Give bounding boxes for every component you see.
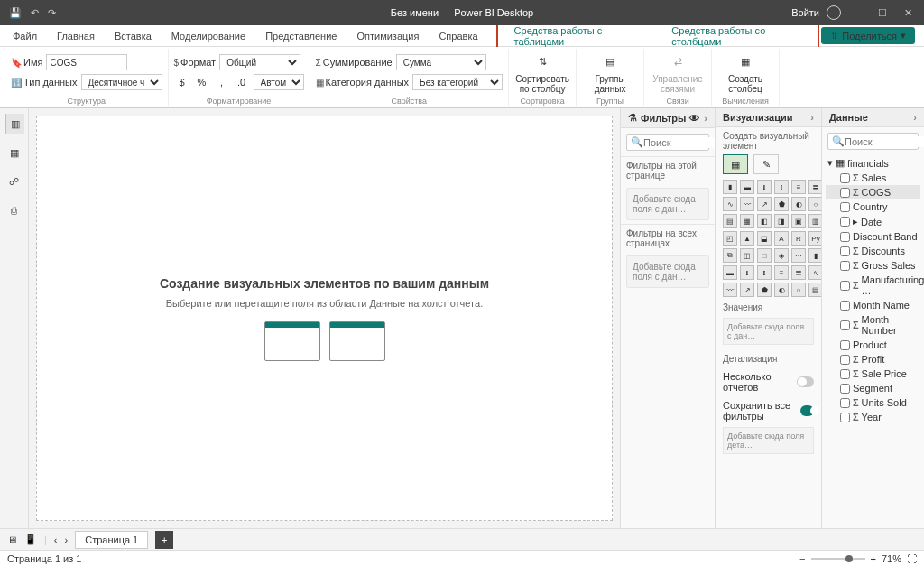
viz-build-mode[interactable]: ▦: [723, 154, 748, 174]
filters-page-drop[interactable]: Добавьте сюда поля с дан…: [626, 188, 709, 220]
data-view-button[interactable]: ▦: [5, 143, 24, 162]
save-icon[interactable]: 💾: [9, 7, 22, 19]
new-column-button[interactable]: ▦ Создать столбец: [717, 49, 773, 96]
viz-type-button[interactable]: 〰: [723, 283, 737, 297]
viz-type-button[interactable]: □: [757, 248, 772, 263]
tab-column-tools[interactable]: Средства работы со столбцами: [655, 23, 818, 49]
tab-view[interactable]: Представление: [256, 28, 346, 44]
report-canvas[interactable]: Создание визуальных элементов по вашим д…: [36, 116, 613, 521]
field-date[interactable]: ▸Date: [826, 214, 920, 229]
field-checkbox[interactable]: [840, 232, 850, 242]
viz-type-button[interactable]: ◈: [774, 248, 789, 263]
login-button[interactable]: Войти: [791, 7, 819, 18]
viz-type-button[interactable]: ⫿: [757, 265, 772, 280]
tab-insert[interactable]: Вставка: [106, 28, 161, 44]
viz-type-button[interactable]: 〰: [740, 197, 754, 211]
viz-type-button[interactable]: ⫾: [757, 180, 772, 194]
name-input[interactable]: [46, 54, 127, 70]
next-page-icon[interactable]: ›: [65, 534, 69, 545]
relations-button[interactable]: ⇄ Управление связями: [650, 49, 706, 96]
percent-button[interactable]: %: [194, 74, 210, 90]
field-checkbox[interactable]: [840, 281, 850, 291]
field-checkbox[interactable]: [840, 246, 850, 256]
field-checkbox[interactable]: [840, 320, 850, 330]
share-button[interactable]: ⇧ Поделиться ▾: [821, 27, 915, 44]
canvas-area[interactable]: Создание визуальных элементов по вашим д…: [29, 108, 620, 528]
viz-keepall-toggle[interactable]: [800, 405, 814, 416]
viz-type-button[interactable]: ⧉: [723, 248, 737, 263]
viz-type-button[interactable]: ↗: [740, 283, 754, 297]
desktop-icon[interactable]: 🖥: [7, 534, 17, 545]
viz-type-button[interactable]: R: [791, 231, 806, 246]
field-checkbox[interactable]: [840, 355, 850, 365]
field-checkbox[interactable]: [840, 384, 850, 394]
viz-type-button[interactable]: ≡: [774, 265, 789, 280]
field-sale price[interactable]: ΣSale Price: [826, 367, 920, 381]
chevron-right-icon[interactable]: ▸: [853, 216, 858, 227]
groups-button[interactable]: ▤ Группы данных: [582, 49, 638, 96]
field-manufacturing …[interactable]: ΣManufacturing …: [826, 273, 920, 298]
tab-table-tools[interactable]: Средства работы с таблицами: [498, 23, 656, 49]
maximize-icon[interactable]: ☐: [873, 7, 892, 19]
zoom-slider[interactable]: [811, 558, 865, 560]
field-units sold[interactable]: ΣUnits Sold: [826, 395, 920, 410]
user-icon[interactable]: [827, 5, 841, 20]
field-checkbox[interactable]: [840, 398, 850, 408]
viz-type-button[interactable]: ⫾: [740, 265, 754, 280]
viz-type-button[interactable]: ◧: [757, 214, 772, 228]
viz-multi-toggle[interactable]: [797, 376, 814, 387]
field-discounts[interactable]: ΣDiscounts: [826, 244, 920, 258]
viz-type-button[interactable]: ▤: [723, 214, 737, 228]
decimals-button[interactable]: .0: [234, 74, 250, 90]
field-cogs[interactable]: ΣCOGS: [826, 185, 920, 199]
field-checkbox[interactable]: [840, 188, 850, 198]
table-name[interactable]: financials: [847, 158, 889, 169]
data-search-input[interactable]: [845, 136, 924, 147]
redo-icon[interactable]: ↷: [48, 7, 56, 19]
viz-type-button[interactable]: ◫: [740, 248, 754, 263]
field-country[interactable]: Country: [826, 199, 920, 214]
eye-icon[interactable]: 👁: [689, 113, 699, 124]
field-discount band[interactable]: Discount Band: [826, 229, 920, 244]
model-view-button[interactable]: ☍: [5, 172, 24, 191]
cat-select[interactable]: Без категорий: [412, 74, 503, 90]
fit-icon[interactable]: ⛶: [907, 553, 917, 564]
tab-model[interactable]: Моделирование: [162, 28, 254, 44]
minimize-icon[interactable]: —: [848, 7, 866, 18]
field-year[interactable]: ΣYear: [826, 410, 920, 424]
viz-drill-drop[interactable]: Добавьте сюда поля дета…: [723, 427, 814, 454]
dax-view-button[interactable]: ⎙: [5, 200, 24, 220]
collapse-icon[interactable]: ›: [810, 112, 814, 123]
field-month name[interactable]: Month Name: [826, 298, 920, 312]
viz-type-button[interactable]: ≡: [791, 180, 806, 194]
field-checkbox[interactable]: [840, 217, 850, 227]
viz-type-button[interactable]: ◐: [774, 283, 789, 297]
viz-format-mode[interactable]: ✎: [753, 154, 779, 174]
field-segment[interactable]: Segment: [826, 381, 920, 395]
field-checkbox[interactable]: [840, 369, 850, 379]
viz-type-button[interactable]: ▣: [791, 214, 806, 228]
undo-icon[interactable]: ↶: [31, 7, 39, 19]
viz-values-drop[interactable]: Добавьте сюда поля с дан…: [723, 318, 814, 345]
viz-type-button[interactable]: ◐: [791, 197, 806, 211]
viz-type-button[interactable]: ⬟: [757, 283, 772, 297]
filters-all-drop[interactable]: Добавьте сюда поля с дан…: [626, 255, 709, 288]
field-checkbox[interactable]: [840, 413, 850, 422]
field-checkbox[interactable]: [840, 202, 850, 212]
tab-optimize[interactable]: Оптимизация: [347, 28, 428, 44]
field-gross sales[interactable]: ΣGross Sales: [826, 258, 920, 273]
tab-home[interactable]: Главная: [48, 28, 104, 44]
viz-type-button[interactable]: ▬: [740, 180, 754, 194]
dtype-select[interactable]: Десятичное число: [81, 74, 162, 90]
thousands-button[interactable]: ,: [214, 74, 230, 90]
chevron-down-icon[interactable]: ▾: [827, 157, 833, 169]
viz-type-button[interactable]: ◰: [723, 231, 737, 246]
add-page-button[interactable]: +: [155, 531, 173, 549]
collapse-icon[interactable]: ›: [704, 113, 707, 124]
decimals-select[interactable]: Автома…: [254, 74, 304, 90]
viz-type-button[interactable]: ⬓: [757, 231, 772, 246]
viz-type-button[interactable]: ◨: [774, 214, 789, 228]
viz-type-button[interactable]: ○: [791, 283, 806, 297]
viz-type-button[interactable]: ▦: [740, 214, 754, 228]
field-profit[interactable]: ΣProfit: [826, 352, 920, 367]
